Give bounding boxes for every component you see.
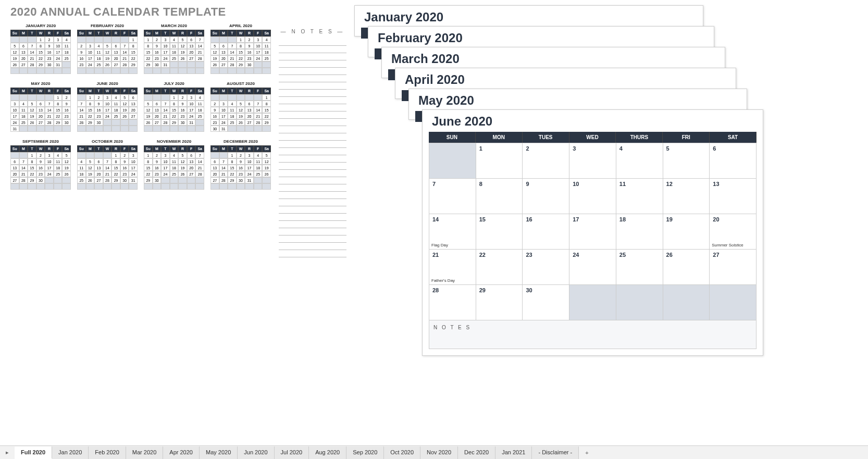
calendar-day-cell[interactable]: 26 <box>663 250 710 285</box>
month-notes-area[interactable]: N O T E S <box>429 320 757 349</box>
add-sheet-button[interactable]: + <box>579 447 594 458</box>
calendar-day-cell[interactable]: 28 <box>429 285 476 320</box>
calendar-day-cell[interactable] <box>710 285 757 320</box>
sheet-tab[interactable]: Nov 2020 <box>420 446 458 459</box>
month-page-title: May 2020 <box>409 89 747 111</box>
tab-list: Full 2020Jan 2020Feb 2020Mar 2020Apr 202… <box>15 446 579 459</box>
notes-heading: — N O T E S — <box>279 29 346 34</box>
month-page-title: February 2020 <box>368 27 714 48</box>
mini-calendar: MAY 2020SuMTWRFSa12345678910111213141516… <box>10 81 71 132</box>
sheet-tab[interactable]: Jan 2021 <box>495 446 532 459</box>
calendar-day-cell[interactable]: 5 <box>663 143 710 179</box>
calendar-day-cell[interactable]: 2 <box>523 143 569 179</box>
annual-calendar-grid: JANUARY 2020SuMTWRFSa1234567891011121314… <box>10 23 271 197</box>
calendar-day-cell[interactable]: 20Summer Solstice <box>710 214 757 250</box>
sheet-tabs: ▸ Full 2020Jan 2020Feb 2020Mar 2020Apr 2… <box>0 445 868 459</box>
mini-calendar: JUNE 2020SuMTWRFSa1234567891011121314151… <box>77 81 138 132</box>
calendar-event: Father's Day <box>431 278 455 283</box>
calendar-day-cell[interactable] <box>616 285 663 320</box>
calendar-day-cell[interactable]: 3 <box>569 143 616 179</box>
sheet-tab[interactable]: Apr 2020 <box>163 446 200 459</box>
month-page: June 2020SUNMONTUESWEDTHURSFRISAT1234567… <box>422 109 763 356</box>
mini-calendar: AUGUST 2020SuMTWRFSa12345678910111213141… <box>210 81 271 132</box>
calendar-day-cell[interactable]: 25 <box>616 250 663 285</box>
calendar-event: Flag Day <box>431 243 448 247</box>
calendar-day-cell[interactable]: 19 <box>663 214 710 250</box>
mini-calendar: FEBRUARY 2020SuMTWRFSa123456789101112131… <box>77 23 138 74</box>
calendar-day-cell[interactable]: 12 <box>663 179 710 214</box>
calendar-day-cell[interactable]: 14Flag Day <box>429 214 476 250</box>
calendar-day-cell[interactable]: 22 <box>476 250 523 285</box>
calendar-day-cell[interactable]: 27 <box>710 250 757 285</box>
calendar-day-cell[interactable]: 10 <box>569 179 616 214</box>
month-page-title: April 2020 <box>395 68 736 90</box>
month-page-title: January 2020 <box>355 6 703 28</box>
mini-calendar: DECEMBER 2020SuMTWRFSa123456789101112131… <box>210 139 271 190</box>
sheet-tab[interactable]: Aug 2020 <box>309 446 346 459</box>
sheet-tab[interactable]: - Disclaimer - <box>532 446 579 459</box>
mini-calendar: JULY 2020SuMTWRFSa1234567891011121314151… <box>144 81 204 132</box>
sheet-tab[interactable]: Full 2020 <box>15 446 52 459</box>
sheet-tab[interactable]: Jun 2020 <box>238 446 274 459</box>
calendar-day-cell[interactable] <box>569 285 616 320</box>
tab-nav-arrow[interactable]: ▸ <box>0 449 15 456</box>
calendar-day-cell[interactable]: 8 <box>476 179 523 214</box>
calendar-day-cell[interactable]: 11 <box>616 179 663 214</box>
sheet-tab[interactable]: Jul 2020 <box>275 446 309 459</box>
calendar-day-cell[interactable]: 30 <box>523 285 569 320</box>
page-title: 2020 ANNUAL CALENDAR TEMPLATE <box>10 5 226 19</box>
calendar-day-cell[interactable]: 15 <box>476 214 523 250</box>
notes-column: — N O T E S — <box>279 29 346 257</box>
month-page-title: June 2020 <box>423 110 763 132</box>
calendar-day-cell[interactable]: 16 <box>523 214 569 250</box>
calendar-day-cell[interactable]: 13 <box>710 179 757 214</box>
calendar-day-cell[interactable]: 21Father's Day <box>429 250 476 285</box>
month-page-title: March 2020 <box>382 47 725 69</box>
mini-calendar: NOVEMBER 2020SuMTWRFSa123456789101112131… <box>144 139 204 190</box>
calendar-day-cell[interactable]: 17 <box>569 214 616 250</box>
mini-calendar: JANUARY 2020SuMTWRFSa1234567891011121314… <box>10 23 71 74</box>
calendar-event: Summer Solstice <box>712 243 743 247</box>
calendar-day-cell[interactable]: 23 <box>523 250 569 285</box>
calendar-day-cell[interactable]: 6 <box>710 143 757 179</box>
calendar-day-cell[interactable]: 18 <box>616 214 663 250</box>
sheet-tab[interactable]: Dec 2020 <box>458 446 495 459</box>
sheet-tab[interactable]: Feb 2020 <box>89 446 126 459</box>
calendar-day-cell[interactable]: 9 <box>523 179 569 214</box>
calendar-day-cell[interactable]: 4 <box>616 143 663 179</box>
calendar-day-cell[interactable]: 29 <box>476 285 523 320</box>
calendar-day-cell[interactable]: 7 <box>429 179 476 214</box>
sheet-tab[interactable]: Mar 2020 <box>126 446 163 459</box>
mini-calendar: SEPTEMBER 2020SuMTWRFSa12345678910111213… <box>10 139 71 190</box>
calendar-day-cell[interactable]: 1 <box>476 143 523 179</box>
calendar-day-cell[interactable] <box>663 285 710 320</box>
calendar-day-cell[interactable] <box>429 143 476 179</box>
sheet-tab[interactable]: Sep 2020 <box>346 446 384 459</box>
mini-calendar: APRIL 2020SuMTWRFSa123456789101112131415… <box>210 23 271 74</box>
sheet-tab[interactable]: May 2020 <box>200 446 238 459</box>
mini-calendar: OCTOBER 2020SuMTWRFSa1234567891011121314… <box>77 139 138 190</box>
notes-lines <box>279 39 346 257</box>
mini-calendar: MARCH 2020SuMTWRFSa123456789101112131415… <box>144 23 204 74</box>
sheet-tab[interactable]: Oct 2020 <box>384 446 420 459</box>
calendar-day-cell[interactable]: 24 <box>569 250 616 285</box>
sheet-tab[interactable]: Jan 2020 <box>52 446 89 459</box>
